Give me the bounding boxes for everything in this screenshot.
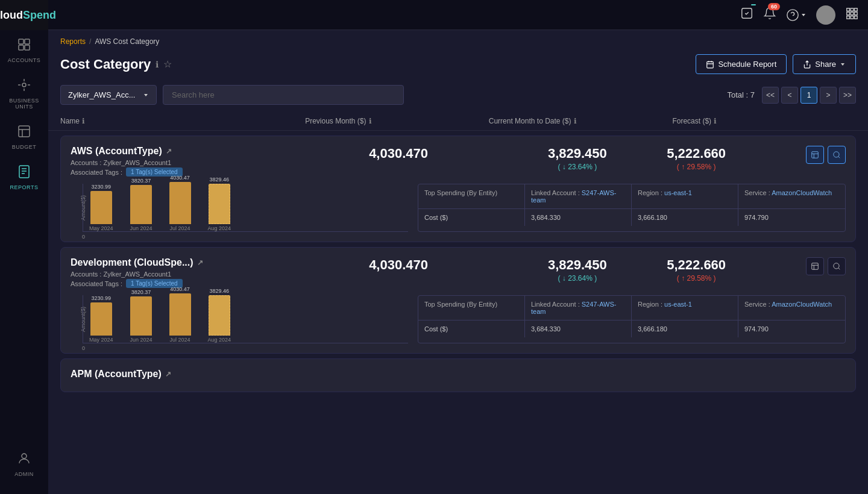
header-actions: Schedule Report Share [696, 54, 856, 74]
svg-rect-5 [19, 126, 30, 137]
pagination-page-1[interactable]: 1 [800, 87, 817, 104]
development-spending-table: Top Spending (By Entity) Linked Account … [418, 295, 846, 343]
development-forecast: 5,222.660 ( ↑ 29.58% ) [667, 257, 726, 283]
svg-rect-14 [851, 12, 854, 15]
aws-card-actions [806, 146, 846, 164]
svg-rect-13 [847, 12, 850, 15]
topbar: 60 [48, 0, 868, 30]
aws-card-info: AWS (AccountType) ↗ Accounts : Zylker_AW… [71, 146, 309, 177]
development-previous-month: 4,030.470 [309, 257, 488, 273]
sidebar-item-accounts[interactable]: ACCOUNTS [0, 30, 48, 70]
svg-rect-19 [707, 61, 714, 68]
svg-rect-17 [851, 16, 854, 19]
topbar-right: 60 [740, 5, 858, 25]
help-icon[interactable] [786, 8, 807, 22]
svg-rect-16 [847, 16, 850, 19]
svg-rect-11 [851, 8, 854, 11]
sidebar-item-reports[interactable]: REPORTS [0, 157, 48, 198]
calendar-icon [706, 60, 714, 69]
aws-search-icon [832, 151, 841, 159]
svg-point-7 [22, 454, 27, 458]
pagination-first[interactable]: << [762, 87, 779, 104]
development-search-icon [832, 262, 841, 270]
dev-bar-jul: 4030.47 Jul 2024 [169, 286, 191, 343]
development-card: Development (CloudSpe...) ↗ Accounts : Z… [60, 247, 856, 354]
col-fore-info[interactable]: ℹ [714, 117, 717, 125]
aws-previous-month: 4,030.470 [309, 146, 488, 161]
breadcrumb-current: AWS Cost Category [95, 37, 159, 46]
business-units-icon [17, 78, 31, 95]
col-current-month: Current Month to Date ($) ℹ [489, 117, 673, 125]
share-button[interactable]: Share [793, 54, 856, 74]
sidebar-item-business-units[interactable]: BUSINESS UNITS [0, 70, 48, 117]
development-current-month: 3,829.450 ( ↓ 23.64% ) [488, 257, 667, 283]
aws-bar-jul: 4030.47 Jul 2024 [169, 175, 191, 231]
development-card-info: Development (CloudSpe...) ↗ Accounts : Z… [71, 257, 309, 288]
logo-cloud: Cloud [0, 9, 23, 21]
pagination-total: Total : 7 [727, 90, 755, 99]
svg-point-23 [834, 263, 839, 269]
avatar[interactable] [816, 5, 835, 25]
sidebar-item-budget-label: BUDGET [12, 144, 37, 150]
table-header: Name ℹ Previous Month ($) ℹ Current Mont… [48, 112, 868, 131]
development-external-link-icon[interactable]: ↗ [197, 258, 203, 267]
pagination-last[interactable]: >> [839, 87, 856, 104]
aws-bar-jun: 3820.37 Jun 2024 [130, 178, 153, 231]
notification-badge: 60 [768, 3, 780, 10]
aws-spending-data-row: Cost ($) 3,684.330 3,666.180 974.790 [418, 209, 845, 226]
search-input[interactable] [163, 85, 404, 105]
checklist-badge [751, 4, 756, 5]
page-title-row: Cost Category ℹ ☆ [60, 57, 172, 72]
svg-rect-3 [25, 45, 30, 50]
svg-rect-12 [855, 8, 858, 11]
pagination-next[interactable]: > [820, 87, 837, 104]
checklist-icon[interactable] [740, 7, 753, 23]
aws-external-link-icon[interactable]: ↗ [166, 147, 172, 155]
pagination-prev[interactable]: < [781, 87, 798, 104]
schedule-report-button[interactable]: Schedule Report [696, 54, 787, 74]
svg-point-21 [834, 152, 839, 157]
aws-search-icon-btn[interactable] [828, 146, 846, 164]
sidebar-item-admin-label: ADMIN [14, 471, 34, 477]
col-prev-info[interactable]: ℹ [369, 117, 372, 125]
share-icon [803, 60, 811, 69]
svg-rect-0 [19, 39, 24, 44]
development-spending-header-row: Top Spending (By Entity) Linked Account … [418, 296, 845, 320]
col-curr-info[interactable]: ℹ [574, 117, 577, 125]
apm-card: APM (AccountType) ↗ [60, 358, 856, 392]
development-search-icon-btn[interactable] [828, 257, 846, 275]
sidebar-item-reports-label: REPORTS [10, 184, 39, 190]
sidebar-item-admin[interactable]: ADMIN [0, 444, 48, 484]
aws-report-icon-btn[interactable] [806, 146, 824, 164]
development-chart: Amount($) 0 3230.99 May 2024 3820.37 [71, 295, 408, 343]
development-card-actions [806, 257, 846, 275]
svg-rect-20 [812, 152, 819, 158]
aws-card-title: AWS (AccountType) ↗ [71, 146, 309, 157]
development-spending-data-row: Cost ($) 3,684.330 3,666.180 974.790 [418, 320, 845, 337]
svg-rect-10 [847, 8, 850, 11]
notification-icon[interactable]: 60 [763, 7, 776, 23]
sidebar-item-accounts-label: ACCOUNTS [8, 57, 41, 63]
budget-icon [17, 124, 31, 142]
logo: CloudSpend [0, 0, 48, 30]
aws-current-month: 3,829.450 ( ↓ 23.64% ) [488, 146, 667, 171]
development-card-account: Accounts : Zylker_AWS_Account1 [71, 270, 309, 278]
account-dropdown[interactable]: Zylker_AWS_Acc... [60, 85, 157, 105]
svg-point-4 [22, 83, 26, 87]
aws-card-account: Accounts : Zylker_AWS_Account1 [71, 159, 309, 166]
col-name: Name ℹ [60, 117, 305, 125]
breadcrumb-reports[interactable]: Reports [60, 37, 86, 46]
sidebar-item-business-units-label: BUSINESS UNITS [0, 98, 48, 110]
aws-bar-may: 3230.99 May 2024 [89, 184, 113, 231]
account-dropdown-chevron [143, 92, 149, 98]
star-icon[interactable]: ☆ [163, 58, 172, 70]
apm-external-link-icon[interactable]: ↗ [165, 370, 171, 378]
breadcrumb-separator: / [89, 37, 91, 46]
info-icon[interactable]: ℹ [156, 60, 159, 69]
apps-grid-icon[interactable] [845, 7, 858, 23]
aws-card-body: Amount($) 0 3230.99 May 2024 3820.37 [71, 184, 846, 232]
logo-spend: Spend [23, 9, 56, 21]
sidebar-item-budget[interactable]: BUDGET [0, 117, 48, 157]
development-report-icon-btn[interactable] [806, 257, 824, 275]
col-name-info[interactable]: ℹ [82, 117, 85, 125]
